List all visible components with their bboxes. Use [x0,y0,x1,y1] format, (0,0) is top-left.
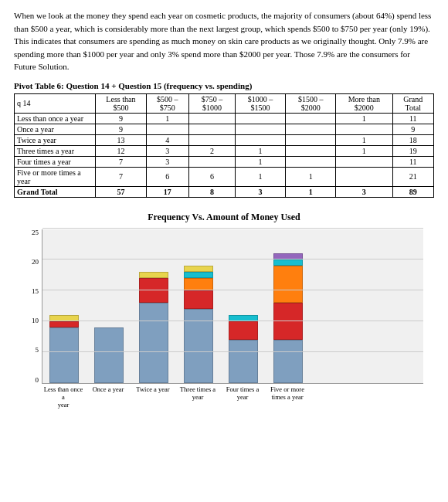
cell-value: 1 [236,156,286,167]
y-axis-label: 25 [25,229,39,236]
bar-segment [139,303,168,383]
col-less500: Less than $500 [96,93,146,113]
col-grand-total: Grand Total [392,93,433,113]
row-label: Five or more times a year [15,167,96,186]
pivot-table: q 14 Less than $500 $500 – $750 $750 – $… [14,93,434,198]
chart-outer: 0510152025 Less than once ayearOnce a ye… [25,229,423,409]
cell-value: 21 [392,167,433,186]
x-axis-label: Twice a year [133,385,173,409]
cell-value: 18 [392,134,433,145]
x-axis-label: Five or moretimes a year [267,385,307,409]
col-750-1000: $750 – $1000 [188,93,235,113]
bar-stack [184,266,213,383]
x-axis-label: Once a year [88,385,128,409]
cell-value [146,124,188,134]
cell-value: 4 [146,134,188,145]
cell-value: 17 [146,186,188,197]
bar-segment [229,321,258,340]
gridline [42,259,423,259]
cell-value: 19 [392,145,433,156]
bar-group [223,229,263,383]
table-row: Four times a year73111 [15,156,434,167]
x-axis-label: Less than once ayear [43,385,83,409]
y-axis-label: 20 [25,259,39,266]
cell-value: 7 [96,167,146,186]
cell-value: 1 [336,145,392,156]
cell-value: 89 [392,186,433,197]
q14-header: q 14 [15,93,96,113]
cell-value [336,124,392,134]
cell-value [286,134,336,145]
cell-value: 57 [96,186,146,197]
cell-value: 1 [286,186,336,197]
row-label: Grand Total [15,186,96,197]
bar-segment [184,278,213,290]
col-more2000: More than $2000 [336,93,392,113]
col-1000-1500: $1000 – $1500 [236,93,286,113]
bar-stack [94,327,124,383]
col-1500-2000: $1500 – $2000 [286,93,336,113]
cell-value: 6 [146,167,188,186]
row-label: Twice a year [15,134,96,145]
cell-value: 3 [146,156,188,167]
table-row: Three times a year12321119 [15,145,434,156]
col-500-750: $500 – $750 [146,93,188,113]
bar-segment [273,303,303,340]
x-labels: Less than once ayearOnce a yearTwice a y… [42,385,423,409]
bar-segment [139,272,168,278]
bars-row [42,229,423,384]
bar-segment [49,327,79,383]
cell-value: 9 [392,124,433,134]
row-label: Three times a year [15,145,96,156]
table-row: Five or more times a year7661121 [15,167,434,186]
bar-group [178,229,219,383]
bar-group [134,229,174,383]
bar-segment [273,340,303,383]
cell-value [286,113,336,124]
table-row: Grand Total5717831389 [15,186,434,197]
bar-group [89,229,129,383]
table-title: Pivot Table 6: Question 14 + Question 15… [14,81,434,90]
cell-value [336,167,392,186]
y-axis-label: 5 [25,347,39,354]
chart-section: Frequency Vs. Amount of Money Used 05101… [14,212,434,409]
row-label: Less than once a year [15,113,96,124]
y-axis-label: 15 [25,288,39,295]
bar-segment [49,321,79,327]
y-axis-label: 0 [25,377,39,384]
bar-group [268,229,308,383]
bar-stack [49,315,79,383]
cell-value: 3 [146,145,188,156]
cell-value [188,113,235,124]
y-axis-label: 10 [25,317,39,324]
bar-segment [273,259,303,266]
cell-value [236,134,286,145]
cell-value: 6 [188,167,235,186]
chart-title: Frequency Vs. Amount of Money Used [14,212,434,223]
bar-segment [273,266,303,303]
cell-value: 11 [392,113,433,124]
cell-value: 1 [286,167,336,186]
cell-value: 12 [96,145,146,156]
cell-value [188,134,235,145]
bar-segment [229,340,258,383]
cell-value [236,124,286,134]
cell-value: 7 [96,156,146,167]
x-axis-label: Three times ayear [178,385,218,409]
y-axis: 0510152025 [25,229,39,384]
cell-value [188,124,235,134]
gridline [42,351,423,352]
cell-value: 9 [96,124,146,134]
table-row: Twice a year134118 [15,134,434,145]
bar-segment [94,327,124,383]
table-row: Once a year99 [15,124,434,134]
x-axis-label: Four times ayear [222,385,263,409]
cell-value: 1 [236,145,286,156]
bar-segment [184,266,213,272]
cell-value: 1 [146,113,188,124]
bar-segment [139,278,168,303]
cell-value [286,124,336,134]
bar-segment [184,272,213,278]
gridline [42,290,423,290]
cell-value: 2 [188,145,235,156]
